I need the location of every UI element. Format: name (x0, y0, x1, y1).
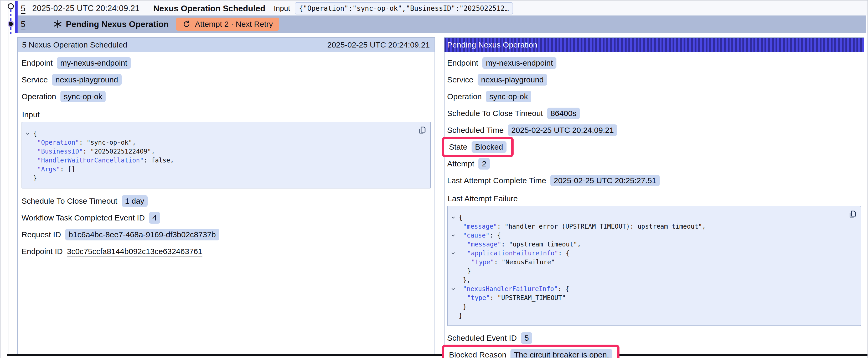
field-value-chip: 5 (521, 332, 532, 344)
json-line: "nexusHandlerFailureInfo": { (451, 285, 856, 293)
json-line: { (25, 129, 425, 138)
field-workflow-task-completed-event-id: Workflow Task Completed Event ID 4 (22, 212, 431, 224)
field-value-chip: my-nexus-endpoint (57, 57, 130, 69)
field-endpoint: Endpoint my-nexus-endpoint (447, 57, 861, 69)
field-blocked-reason: Blocked Reason The circuit breaker is op… (447, 349, 861, 358)
field-service: Service nexus-playground (22, 74, 431, 86)
field-label: Schedule To Close Timeout (447, 109, 543, 118)
field-label: Request ID (22, 230, 61, 239)
field-value-chip: nexus-playground (52, 74, 122, 86)
state-badge: Blocked (471, 141, 506, 153)
event-detail-panel: 5 Nexus Operation Scheduled 2025-02-25 U… (17, 37, 435, 355)
field-label: Operation (22, 92, 56, 101)
pending-operation-panel: Pending Nexus Operation Endpoint my-nexu… (444, 37, 864, 355)
open-circle-icon (8, 4, 13, 9)
chevron-down-icon[interactable] (25, 129, 33, 138)
field-label: Endpoint ID (22, 247, 63, 256)
filled-circle-icon (8, 21, 13, 27)
input-preview-chip[interactable]: {"Operation":"sync-op-ok","BusinessID":"… (295, 2, 513, 14)
event-timeline-rail (6, 1, 17, 35)
json-line: }, (451, 275, 856, 285)
field-endpoint-id: Endpoint ID 3c0c75ccfa8144b092c13ce63246… (22, 246, 431, 257)
field-last-attempt-complete-time: Last Attempt Complete Time 2025-02-25 UT… (447, 175, 861, 186)
json-line: "applicationFailureInfo": { (451, 249, 856, 258)
last-attempt-failure-json-block: { "message": "handler error (UPSTREAM_TI… (447, 206, 861, 326)
field-operation: Operation sync-op-ok (447, 91, 861, 102)
json-line: "Args": [] (25, 165, 425, 174)
field-label: Scheduled Time (447, 126, 504, 135)
field-label: Endpoint (447, 59, 478, 67)
field-label: State (449, 142, 467, 152)
field-label: Endpoint (22, 59, 53, 67)
json-line: "message": "handler error (UPSTREAM_TIME… (451, 222, 856, 231)
field-value-chip: b1c6a4bc-8ee7-468a-9169-df3b02c8737b (65, 229, 219, 240)
field-value-chip: 2025-02-25 UTC 20:24:09.21 (508, 124, 617, 136)
field-label: Schedule To Close Timeout (22, 197, 118, 205)
asterisk-icon (53, 20, 62, 29)
blocked-reason-chip: The circuit breaker is open. (510, 349, 612, 358)
json-line: } (451, 302, 856, 311)
table-bottom-border (7, 354, 867, 356)
json-line: "cause": { (451, 231, 856, 240)
field-label: Operation (447, 92, 482, 101)
chevron-down-icon[interactable] (451, 213, 459, 222)
endpoint-id-link[interactable]: 3c0c75ccfa8144b092c13ce632463761 (67, 247, 202, 256)
failure-block-label: Last Attempt Failure (448, 193, 861, 203)
copy-icon[interactable] (847, 209, 857, 219)
event-timestamp: 2025-02-25 UTC 20:24:09.21 (32, 4, 140, 13)
field-operation: Operation sync-op-ok (22, 91, 431, 102)
field-scheduled-event-id: Scheduled Event ID 5 (447, 332, 861, 344)
json-line: } (451, 267, 856, 275)
field-schedule-to-close-timeout: Schedule To Close Timeout 86400s (447, 108, 861, 119)
field-label: Last Attempt Complete Time (447, 176, 546, 185)
field-label: Scheduled Event ID (447, 334, 517, 343)
json-line: { (451, 213, 856, 222)
json-line: "HandlerWaitForCancellation": false, (25, 156, 425, 165)
event-id-link[interactable]: 5 (21, 20, 26, 29)
json-line: "Operation": "sync-op-ok", (25, 138, 425, 147)
field-value-chip: 86400s (547, 108, 580, 119)
json-line: } (451, 311, 856, 320)
chevron-down-icon[interactable] (451, 231, 459, 240)
pending-operation-header: Pending Nexus Operation (444, 38, 864, 52)
event-detail-title: 5 Nexus Operation Scheduled (22, 40, 127, 50)
history-row-pending-nexus-operation[interactable]: 5 Pending Nexus Operation Attempt 2 · Ne… (18, 15, 866, 33)
table-left-border (8, 1, 8, 355)
chevron-down-icon[interactable] (451, 249, 459, 258)
field-value-chip: 2025-02-25 UTC 20:25:27.51 (550, 175, 660, 186)
event-title: Nexus Operation Scheduled (153, 4, 265, 13)
field-scheduled-time: Scheduled Time 2025-02-25 UTC 20:24:09.2… (447, 124, 861, 136)
chevron-down-icon[interactable] (451, 285, 459, 293)
blocked-reason-annotation-highlight: Blocked Reason The circuit breaker is op… (442, 345, 619, 358)
pending-operation-title: Pending Nexus Operation (447, 40, 537, 50)
field-schedule-to-close-timeout: Schedule To Close Timeout 1 day (22, 195, 431, 207)
input-inline-label: Input (274, 4, 290, 12)
retry-arrow-icon (182, 20, 191, 28)
field-label: Attempt (447, 159, 474, 168)
copy-icon[interactable] (417, 126, 427, 135)
event-title: Pending Nexus Operation (66, 20, 169, 29)
field-label: Service (447, 75, 473, 84)
event-detail-header: 5 Nexus Operation Scheduled 2025-02-25 U… (18, 38, 435, 52)
retry-badge: Attempt 2 · Next Retry (176, 18, 279, 31)
field-request-id: Request ID b1c6a4bc-8ee7-468a-9169-df3b0… (22, 229, 431, 240)
retry-badge-label: Attempt 2 · Next Retry (195, 20, 273, 29)
field-label: Service (22, 75, 48, 84)
field-value-chip: 2 (478, 158, 490, 169)
json-line: "BusinessID": "20250225122409", (25, 147, 425, 156)
field-value-chip: sync-op-ok (60, 91, 106, 102)
field-state: State Blocked (447, 141, 861, 153)
field-endpoint: Endpoint my-nexus-endpoint (22, 57, 431, 69)
json-line: "message": "upstream timeout", (451, 240, 856, 249)
field-attempt: Attempt 2 (447, 158, 861, 169)
field-value-chip: nexus-playground (477, 74, 547, 86)
history-row-nexus-operation-scheduled[interactable]: 5 2025-02-25 UTC 20:24:09.21 Nexus Opera… (18, 1, 867, 15)
field-label: Workflow Task Completed Event ID (22, 214, 145, 222)
temporal-event-history-view: 5 2025-02-25 UTC 20:24:09.21 Nexus Opera… (0, 0, 868, 358)
event-id-link[interactable]: 5 (21, 4, 26, 13)
json-line: "type": "NexusFailure" (451, 258, 856, 267)
json-line: "type": "UPSTREAM_TIMEOUT" (451, 293, 856, 302)
input-json-block: { "Operation": "sync-op-ok", "BusinessID… (22, 122, 431, 189)
field-value-chip: sync-op-ok (486, 91, 531, 102)
state-annotation-highlight: State Blocked (442, 137, 514, 157)
